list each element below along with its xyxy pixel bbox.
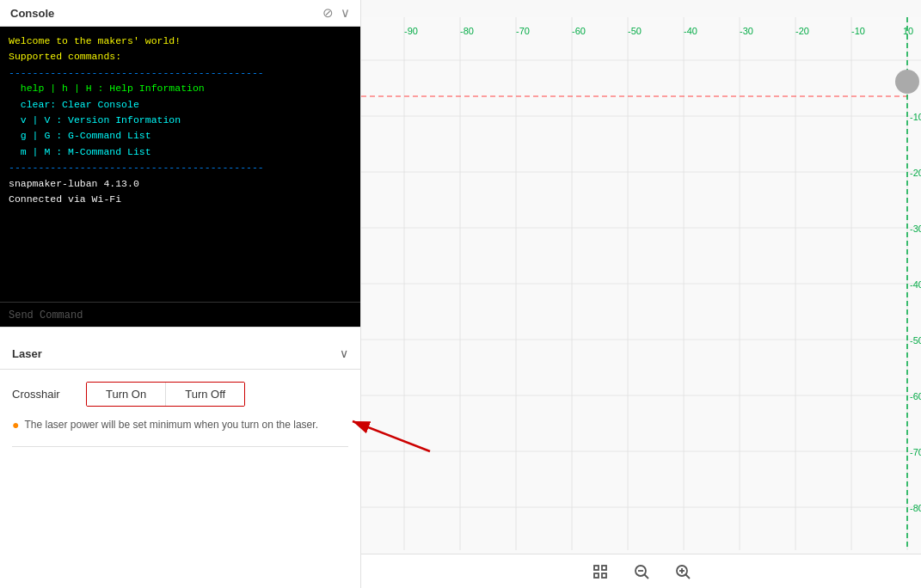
svg-text:-10: -10 [851,26,865,36]
svg-text:-60: -60 [910,391,921,401]
zoom-in-button[interactable] [669,560,697,584]
console-line: ----------------------------------------… [9,65,352,81]
grid-canvas-svg: -90 -80 -70 -60 -50 -40 -30 -20 -10 10 -… [361,0,921,588]
laser-title: Laser [12,347,42,360]
console-line: Welcome to the makers' world! [9,34,352,49]
console-title: Console [10,7,54,20]
svg-rect-46 [602,573,606,578]
console-input[interactable] [9,309,352,322]
fit-view-button[interactable] [586,560,614,584]
console-line: g | G : G-Command List [9,128,352,144]
spacer [0,328,360,338]
console-line: clear: Clear Console [9,97,352,113]
laser-section: Laser ∨ Crosshair Turn On Turn Off ● The… [0,338,360,588]
crosshair-button-group: Turn On Turn Off [86,382,245,407]
crosshair-row: Crosshair Turn On Turn Off [12,382,348,407]
console-line: help | h | H : Help Information [9,81,352,96]
svg-text:-30: -30 [740,26,753,36]
laser-content: Crosshair Turn On Turn Off ● The laser p… [0,370,360,459]
ban-icon[interactable]: ⊘ [322,5,334,21]
svg-rect-45 [594,573,599,578]
svg-point-42 [895,70,919,94]
svg-rect-44 [602,566,606,570]
turn-on-button[interactable]: Turn On [87,383,166,406]
warning-row: ● The laser power will be set minimum wh… [12,417,348,432]
left-panel: Console ⊘ ∨ Welcome to the makers' world… [0,0,361,588]
svg-text:-40: -40 [910,279,921,290]
svg-text:-70: -70 [910,447,921,457]
canvas-toolbar [361,554,921,588]
svg-line-51 [685,574,690,579]
svg-text:-80: -80 [910,503,921,513]
svg-text:-20: -20 [795,26,809,36]
console-section: Console ⊘ ∨ Welcome to the makers' world… [0,0,360,328]
chevron-down-icon[interactable]: ∨ [341,5,350,21]
svg-text:-60: -60 [572,26,586,36]
svg-text:10: 10 [903,26,913,36]
laser-header: Laser ∨ [0,338,360,370]
zoom-out-button[interactable] [628,560,655,584]
svg-text:-40: -40 [684,26,697,36]
warning-circle-icon: ● [12,418,19,432]
console-line: m | M : M-Command List [9,144,352,160]
svg-text:-50: -50 [910,335,921,346]
console-line: snapmaker-luban 4.13.0 [9,176,352,192]
console-header: Console ⊘ ∨ [0,0,360,27]
laser-chevron-icon[interactable]: ∨ [340,346,348,360]
crosshair-label: Crosshair [12,388,72,401]
console-line: v | V : Version Information [9,113,352,128]
console-line: Connected via Wi-Fi [9,192,352,207]
svg-rect-2 [361,17,921,571]
svg-text:-80: -80 [460,26,474,36]
laser-divider [12,446,348,447]
svg-text:-20: -20 [910,168,921,178]
console-header-icons: ⊘ ∨ [322,5,350,21]
warning-text: The laser power will be set minimum when… [24,417,318,432]
svg-text:-30: -30 [910,224,921,234]
console-line: Supported commands: [9,49,352,64]
svg-line-48 [644,574,648,579]
svg-text:-10: -10 [910,112,921,122]
svg-text:-70: -70 [516,26,530,36]
svg-text:-90: -90 [404,26,418,36]
console-input-area[interactable] [0,302,360,327]
console-line: ----------------------------------------… [9,160,352,175]
svg-rect-43 [594,566,599,570]
svg-text:-50: -50 [628,26,642,36]
turn-off-button[interactable]: Turn Off [166,383,244,406]
right-panel: -90 -80 -70 -60 -50 -40 -30 -20 -10 10 -… [361,0,921,588]
console-output: Welcome to the makers' world! Supported … [0,27,360,302]
